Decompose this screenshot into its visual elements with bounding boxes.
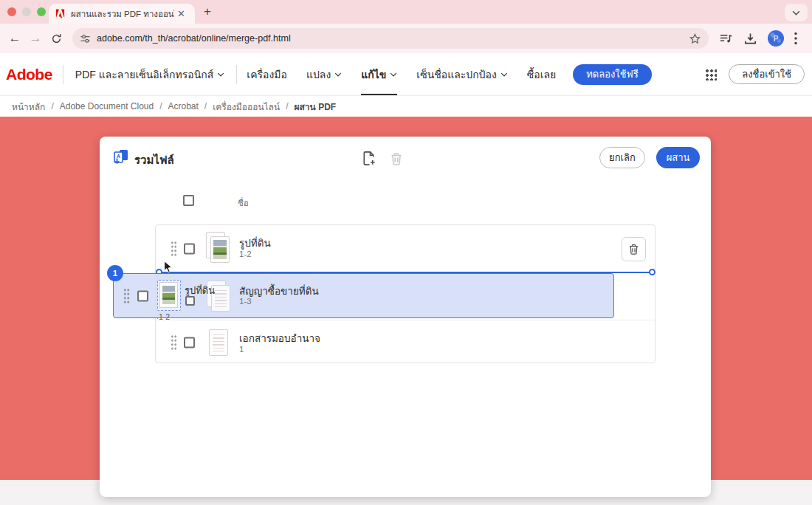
breadcrumb-acrobat[interactable]: Acrobat (168, 101, 199, 111)
zoom-window-button[interactable] (37, 7, 46, 16)
tab-title: ผสานและรวม PDF ทางออนไลน์ฟ (71, 7, 174, 21)
nav-edit[interactable]: แก้ไข (361, 53, 397, 95)
row-delete-button[interactable] (622, 237, 646, 261)
file-row-2-selected[interactable]: รูปที่ดิน 1-2 สัญญาซื้อขายที่ดิน 1-3 (113, 273, 614, 318)
adobe-favicon-icon (55, 8, 66, 19)
breadcrumb: หน้าหลัก / Adobe Document Cloud / Acroba… (0, 96, 812, 117)
breadcrumb-document-cloud[interactable]: Adobe Document Cloud (60, 101, 154, 111)
download-icon[interactable] (743, 32, 757, 46)
tab-close-icon[interactable]: ✕ (177, 9, 185, 18)
merge-button[interactable]: ผสาน (656, 147, 700, 168)
url-text: adobe.com/th_th/acrobat/online/merge-pdf… (97, 33, 689, 44)
divider (63, 65, 63, 84)
tab-strip: ผสานและรวม PDF ทางออนไลน์ฟ ✕ + (0, 0, 812, 24)
row-checkbox[interactable] (184, 243, 195, 254)
nav-tools[interactable]: เครื่องมือ (247, 53, 287, 95)
drop-indicator-handle (649, 269, 656, 275)
combine-files-icon: A (112, 148, 130, 166)
file-pages: 1 (239, 345, 244, 354)
nav-sign-protect[interactable]: เซ็นชื่อและปกป้อง (416, 53, 507, 95)
add-file-icon (360, 150, 377, 167)
free-trial-button[interactable]: ทดลองใช้ฟรี (573, 64, 652, 85)
tab-search-button[interactable] (785, 4, 808, 21)
nav-pdf-esign[interactable]: PDF และลายเซ็นอิเล็กทรอนิกส์ (75, 53, 225, 95)
file-thumbnail (209, 329, 234, 362)
menu-kebab-icon[interactable] (794, 32, 797, 45)
nav-buy-now[interactable]: ซื้อเลย (527, 53, 556, 95)
drag-ghost-checkbox (185, 296, 195, 306)
site-header: Adobe PDF และลายเซ็นอิเล็กทรอนิกส์ เครื่… (0, 53, 812, 96)
window-controls (7, 7, 46, 16)
drag-ghost: รูปที่ดิน 1-2 (157, 280, 228, 318)
merge-files-card: A รวมไฟล์ ยกเลิก ผสาน ชื่อ (100, 137, 711, 497)
new-tab-button[interactable]: + (204, 5, 211, 18)
file-pages: 1-3 (239, 297, 252, 306)
drag-ghost-pages: 1-2 (159, 312, 170, 321)
forward-button[interactable]: → (25, 28, 46, 49)
drag-handle-icon[interactable] (171, 241, 177, 257)
svg-text:A: A (117, 154, 120, 159)
minimize-window-button[interactable] (22, 7, 31, 16)
file-name: รูปที่ดิน (239, 235, 271, 251)
back-button[interactable]: ← (4, 28, 25, 49)
site-controls-icon (80, 33, 91, 44)
browser-tab[interactable]: ผสานและรวม PDF ทางออนไลน์ฟ ✕ (49, 4, 195, 24)
breadcrumb-online-tools[interactable]: เครื่องมือออนไลน์ (213, 100, 280, 114)
browser-toolbar: ← → adobe.com/th_th/acrobat/online/merge… (0, 24, 812, 53)
name-column-header: ชื่อ (238, 196, 249, 210)
app-launcher-icon[interactable] (705, 69, 717, 80)
mouse-cursor (162, 260, 175, 275)
reload-button[interactable] (46, 28, 66, 49)
file-pages: 1-2 (239, 250, 252, 258)
chevron-down-icon (334, 72, 342, 77)
drag-handle-icon[interactable] (123, 288, 130, 304)
drag-handle-icon[interactable] (171, 334, 177, 351)
chevron-down-icon (500, 72, 508, 77)
select-all-checkbox[interactable] (183, 195, 194, 206)
file-row-1[interactable]: รูปที่ดิน 1-2 (156, 225, 655, 272)
chevron-down-icon (390, 72, 397, 77)
toolbar-actions: P (719, 30, 797, 47)
drag-count-badge: 1 (107, 265, 123, 281)
divider (236, 65, 237, 84)
breadcrumb-merge-pdf: ผสาน PDF (295, 100, 337, 114)
browser-window: ผสานและรวม PDF ทางออนไลน์ฟ ✕ + ← → adobe… (0, 0, 812, 505)
reload-icon (51, 33, 62, 44)
cancel-button[interactable]: ยกเลิก (599, 147, 645, 168)
close-window-button[interactable] (7, 7, 16, 16)
land-photo-preview (162, 286, 175, 304)
breadcrumb-home[interactable]: หน้าหลัก (12, 100, 45, 114)
nav-convert[interactable]: แปลง (306, 53, 342, 95)
file-thumbnail (206, 232, 231, 264)
trash-icon (627, 243, 640, 255)
chevron-down-icon (792, 10, 800, 16)
adobe-logo[interactable]: Adobe (6, 66, 52, 83)
row-checkbox[interactable] (184, 337, 195, 348)
file-name: เอกสารมอบอำนาจ (239, 330, 320, 346)
add-files-button[interactable] (358, 148, 379, 168)
profile-avatar[interactable]: P (768, 30, 784, 47)
trash-icon (389, 151, 404, 166)
delete-selected-button[interactable] (386, 148, 407, 169)
drag-ghost-thumbnail (157, 280, 181, 311)
bookmark-star-icon[interactable] (689, 32, 701, 45)
chevron-down-icon (217, 72, 224, 77)
address-bar[interactable]: adobe.com/th_th/acrobat/online/merge-pdf… (72, 28, 709, 49)
sign-in-button[interactable]: ลงชื่อเข้าใช้ (729, 64, 805, 84)
row-checkbox[interactable] (137, 290, 148, 301)
file-row-3[interactable]: เอกสารมอบอำนาจ 1 (156, 320, 655, 364)
card-title: รวมไฟล์ (134, 151, 174, 169)
land-photo-preview (213, 240, 227, 259)
media-controls-icon[interactable] (719, 32, 733, 46)
